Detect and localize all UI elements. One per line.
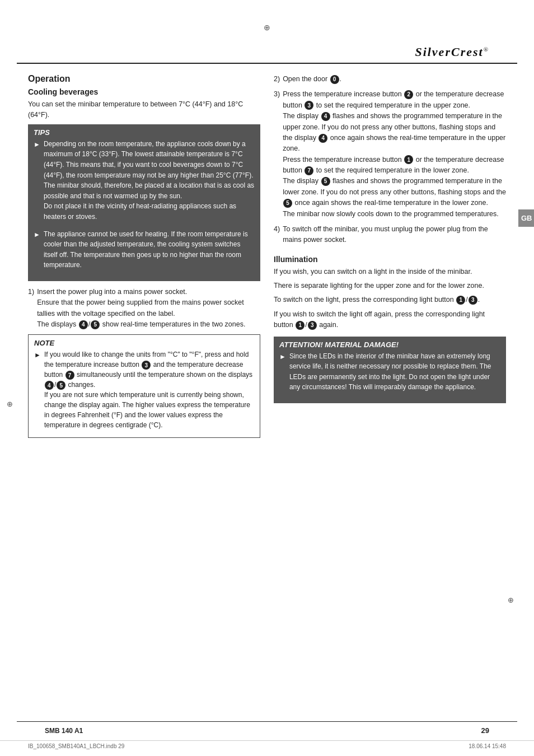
circle-0: 0 (330, 75, 339, 84)
step-4-num: 4) (274, 224, 280, 246)
step-1: 1) Insert the power plug into a mains po… (28, 287, 260, 330)
circle-3d: 3 (308, 321, 317, 330)
right-column: 2) Open the door 0. 3) Press the tempera… (274, 74, 506, 444)
circle-7b: 7 (305, 166, 313, 175)
tips-bullet-2-text: The appliance cannot be used for heating… (44, 229, 255, 270)
footer: SMB 140 A1 29 (17, 721, 517, 739)
circle-1c: 1 (296, 321, 305, 330)
attention-title: ATTENTION! MATERIAL DAMAGE! (279, 340, 500, 349)
note-bullet-1: ► If you would like to change the units … (34, 349, 254, 430)
tips-box: TIPS ► Depending on the room temperature… (28, 124, 260, 281)
circle-5c: 5 (283, 199, 292, 208)
file-info: IB_100658_SMB140A1_LBCH.indb 29 18.06.14… (0, 740, 534, 752)
step-4-text: To switch off the minibar, you must unpl… (283, 224, 506, 246)
note-box: NOTE ► If you would like to change the u… (28, 334, 260, 438)
trademark: ® (484, 46, 489, 53)
step-4: 4) To switch off the minibar, you must u… (274, 224, 506, 246)
header: ⊕ (0, 0, 534, 45)
gb-tab: GB (518, 209, 534, 227)
illumination-text-3: To switch on the light, press the corres… (274, 295, 506, 305)
circle-2: 2 (404, 90, 413, 99)
step-1-num: 1) (28, 287, 34, 330)
circle-5a: 5 (57, 381, 65, 390)
step-1-text: Insert the power plug into a mains power… (37, 287, 260, 330)
section-title: Operation (28, 74, 260, 84)
circle-7a: 7 (65, 371, 74, 380)
circle-4a: 4 (45, 381, 54, 390)
circle-3a: 3 (142, 361, 151, 370)
illumination-text-4: If you wish to switch the light off agai… (274, 309, 506, 331)
circle-3b: 3 (305, 101, 313, 110)
attention-box: ATTENTION! MATERIAL DAMAGE! ► Since the … (274, 337, 506, 403)
file-right: 18.06.14 15:48 (469, 743, 506, 749)
illumination-title: Illumination (274, 255, 506, 264)
footer-page: 29 (481, 726, 489, 735)
brand-name: SilverCrest® (415, 45, 489, 59)
tips-title: TIPS (34, 128, 255, 137)
step-3: 3) Press the temperature increase button… (274, 89, 506, 220)
step-2-num: 2) (274, 74, 280, 85)
main-content: Operation Cooling beverages You can set … (17, 64, 517, 454)
arrow-icon-1: ► (34, 139, 40, 226)
compass-mark-top: ⊕ (264, 23, 270, 32)
illumination-text-1: If you wish, you can switch on a light i… (274, 267, 506, 277)
file-left: IB_100658_SMB140A1_LBCH.indb 29 (28, 743, 124, 749)
arrow-icon-attention: ► (279, 352, 286, 396)
cooling-intro: You can set the minibar temperature to b… (28, 99, 260, 121)
attention-bullet-1-text: Since the LEDs in the interior of the mi… (289, 351, 500, 393)
attention-bullet-1: ► Since the LEDs in the interior of the … (279, 351, 500, 396)
circle-5b: 5 (321, 177, 330, 186)
content-wrapper: GB ⊕ ⊕ Operation Cooling beverages You c… (0, 64, 534, 454)
note-bullet-1-text: If you would like to change the units fr… (44, 349, 254, 430)
step-2: 2) Open the door 0. (274, 74, 506, 85)
tips-bullet-1-text: Depending on the room temperature, the a… (44, 139, 255, 222)
compass-mark-right: ⊕ (508, 596, 514, 604)
note-title: NOTE (34, 339, 254, 347)
circle-4: 4 (79, 320, 88, 329)
compass-mark-left: ⊕ (7, 400, 13, 408)
footer-model: SMB 140 A1 (45, 727, 83, 735)
step-3-num: 3) (274, 89, 280, 220)
left-column: Operation Cooling beverages You can set … (28, 74, 260, 444)
arrow-icon-note: ► (34, 350, 41, 430)
tips-bullet-2: ► The appliance cannot be used for heati… (34, 229, 255, 274)
circle-1: 1 (404, 155, 413, 164)
circle-3c: 3 (469, 296, 477, 305)
circle-1b: 1 (456, 296, 465, 305)
cooling-subtitle: Cooling beverages (28, 87, 260, 96)
circle-5: 5 (91, 320, 100, 329)
tips-bullet-1: ► Depending on the room temperature, the… (34, 139, 255, 226)
page: ⊕ SilverCrest® GB ⊕ ⊕ Operation Cooling … (0, 0, 534, 756)
illumination-text-2: There is separate lighting for the upper… (274, 281, 506, 291)
brand-bar: SilverCrest® (17, 45, 517, 64)
arrow-icon-2: ► (34, 230, 40, 274)
circle-4c: 4 (318, 134, 327, 143)
step-2-text: Open the door 0. (283, 74, 341, 85)
step-3-text: Press the temperature increase button 2 … (283, 89, 506, 220)
circle-4b: 4 (321, 112, 330, 121)
